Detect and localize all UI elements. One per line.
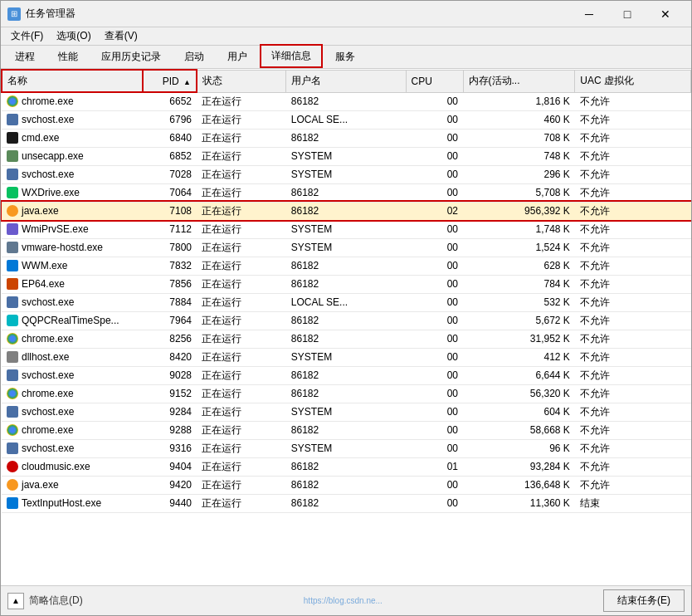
cell-name: chrome.exe xyxy=(2,92,143,110)
col-header-cpu[interactable]: CPU xyxy=(406,70,463,92)
cell-user: SYSTEM xyxy=(286,220,406,238)
cell-uac: 不允许 xyxy=(575,92,691,110)
cell-name: svchost.exe xyxy=(2,293,143,311)
table-row[interactable]: WmiPrvSE.exe 7112 正在运行 SYSTEM 00 1,748 K… xyxy=(2,220,691,238)
process-icon xyxy=(7,205,18,217)
table-row[interactable]: svchost.exe 6796 正在运行 LOCAL SE... 00 460… xyxy=(2,110,691,129)
cell-cpu: 00 xyxy=(406,293,463,311)
table-row[interactable]: svchost.exe 9316 正在运行 SYSTEM 00 96 K 不允许 xyxy=(2,439,691,457)
maximize-button[interactable]: □ xyxy=(608,1,646,27)
cell-uac: 不允许 xyxy=(575,257,691,275)
col-header-status[interactable]: 状态 xyxy=(197,70,286,92)
end-task-button[interactable]: 结束任务(E) xyxy=(603,589,685,612)
menu-options[interactable]: 选项(O) xyxy=(50,27,97,45)
tab-startup[interactable]: 启动 xyxy=(173,46,215,68)
window-controls: ─ □ ✕ xyxy=(570,1,685,27)
table-row[interactable]: svchost.exe 7028 正在运行 SYSTEM 00 296 K 不允… xyxy=(2,165,691,183)
table-row[interactable]: chrome.exe 9288 正在运行 86182 00 58,668 K 不… xyxy=(2,421,691,439)
process-name-text: unsecapp.exe xyxy=(22,150,84,162)
cell-user: 86182 xyxy=(286,275,406,293)
table-row[interactable]: TextInputHost.exe 9440 正在运行 86182 00 11,… xyxy=(2,494,691,512)
cell-pid: 9316 xyxy=(143,439,197,457)
cell-name: TextInputHost.exe xyxy=(2,494,143,512)
process-name-text: vmware-hostd.exe xyxy=(22,242,103,253)
cell-status: 正在运行 xyxy=(197,348,286,366)
process-name-text: cmd.exe xyxy=(22,132,59,144)
cell-cpu: 00 xyxy=(406,165,463,183)
tab-performance[interactable]: 性能 xyxy=(47,46,89,68)
brief-info-label[interactable]: 简略信息(D) xyxy=(29,594,83,608)
col-header-name[interactable]: 名称 xyxy=(2,70,143,92)
pid-sort-arrow: ▲ xyxy=(183,78,191,86)
cell-user: SYSTEM xyxy=(286,165,406,183)
menu-file[interactable]: 文件(F) xyxy=(4,27,50,45)
title-bar: ⊞ 任务管理器 ─ □ ✕ xyxy=(1,1,691,27)
cell-memory: 1,524 K xyxy=(463,238,575,257)
tab-users[interactable]: 用户 xyxy=(217,46,258,68)
cell-pid: 7856 xyxy=(143,275,197,293)
cell-memory: 708 K xyxy=(463,129,575,147)
cell-memory: 96 K xyxy=(463,439,575,457)
table-row[interactable]: WWM.exe 7832 正在运行 86182 00 628 K 不允许 xyxy=(2,257,691,275)
process-icon xyxy=(7,114,18,125)
cell-pid: 6852 xyxy=(143,147,197,165)
table-row[interactable]: svchost.exe 9028 正在运行 86182 00 6,644 K 不… xyxy=(2,366,691,384)
cell-user: 86182 xyxy=(286,257,406,275)
col-header-pid[interactable]: PID ▲ xyxy=(143,70,197,92)
window-title: 任务管理器 xyxy=(26,7,570,21)
table-row[interactable]: chrome.exe 9152 正在运行 86182 00 56,320 K 不… xyxy=(2,384,691,403)
cell-user: 86182 xyxy=(286,202,406,220)
cell-status: 正在运行 xyxy=(197,366,286,384)
table-row[interactable]: java.exe 7108 正在运行 86182 02 956,392 K 不允… xyxy=(2,202,691,220)
tab-details[interactable]: 详细信息 xyxy=(260,44,323,68)
cell-status: 正在运行 xyxy=(197,494,286,512)
cell-user: 86182 xyxy=(286,366,406,384)
tab-processes[interactable]: 进程 xyxy=(4,46,46,68)
table-row[interactable]: QQPCRealTimeSpe... 7964 正在运行 86182 00 5,… xyxy=(2,311,691,330)
cell-memory: 1,748 K xyxy=(463,220,575,238)
table-header-row: 名称 PID ▲ 状态 用户名 CPU xyxy=(2,70,691,92)
cell-cpu: 00 xyxy=(406,183,463,202)
cell-user: 86182 xyxy=(286,92,406,110)
table-row[interactable]: EP64.exe 7856 正在运行 86182 00 784 K 不允许 xyxy=(2,275,691,293)
cell-status: 正在运行 xyxy=(197,165,286,183)
cell-memory: 6,644 K xyxy=(463,366,575,384)
close-button[interactable]: ✕ xyxy=(646,1,685,27)
cell-cpu: 01 xyxy=(406,457,463,476)
cell-pid: 6840 xyxy=(143,129,197,147)
process-name-text: svchost.exe xyxy=(22,114,74,125)
table-row[interactable]: svchost.exe 7884 正在运行 LOCAL SE... 00 532… xyxy=(2,293,691,311)
table-row[interactable]: chrome.exe 8256 正在运行 86182 00 31,952 K 不… xyxy=(2,330,691,348)
col-header-uac[interactable]: UAC 虚拟化 xyxy=(575,70,691,92)
cell-uac: 不允许 xyxy=(575,238,691,257)
col-header-user[interactable]: 用户名 xyxy=(286,70,406,92)
table-row[interactable]: WXDrive.exe 7064 正在运行 86182 00 5,708 K 不… xyxy=(2,183,691,202)
cell-uac: 不允许 xyxy=(575,293,691,311)
cell-uac: 不允许 xyxy=(575,147,691,165)
expand-button[interactable]: ▲ xyxy=(7,593,24,609)
process-table-container[interactable]: 名称 PID ▲ 状态 用户名 CPU xyxy=(1,69,691,585)
process-name-text: java.exe xyxy=(22,205,59,217)
col-header-memory[interactable]: 内存(活动... xyxy=(463,70,575,92)
menu-view[interactable]: 查看(V) xyxy=(98,27,144,45)
cell-memory: 1,816 K xyxy=(463,92,575,110)
minimize-button[interactable]: ─ xyxy=(570,1,608,27)
table-row[interactable]: cmd.exe 6840 正在运行 86182 00 708 K 不允许 xyxy=(2,129,691,147)
cell-cpu: 00 xyxy=(406,257,463,275)
table-row[interactable]: svchost.exe 9284 正在运行 SYSTEM 00 604 K 不允… xyxy=(2,403,691,421)
table-row[interactable]: cloudmusic.exe 9404 正在运行 86182 01 93,284… xyxy=(2,457,691,476)
tab-services[interactable]: 服务 xyxy=(324,46,366,68)
table-row[interactable]: java.exe 9420 正在运行 86182 00 136,648 K 不允… xyxy=(2,476,691,494)
table-row[interactable]: vmware-hostd.exe 7800 正在运行 SYSTEM 00 1,5… xyxy=(2,238,691,257)
tab-app-history[interactable]: 应用历史记录 xyxy=(90,46,172,68)
cell-cpu: 00 xyxy=(406,366,463,384)
cell-cpu: 00 xyxy=(406,439,463,457)
cell-user: SYSTEM xyxy=(286,238,406,257)
table-row[interactable]: unsecapp.exe 6852 正在运行 SYSTEM 00 748 K 不… xyxy=(2,147,691,165)
cell-user: 86182 xyxy=(286,183,406,202)
table-row[interactable]: dllhost.exe 8420 正在运行 SYSTEM 00 412 K 不允… xyxy=(2,348,691,366)
table-row[interactable]: chrome.exe 6652 正在运行 86182 00 1,816 K 不允… xyxy=(2,92,691,110)
cell-memory: 31,952 K xyxy=(463,330,575,348)
cell-name: java.exe xyxy=(2,476,143,494)
process-icon xyxy=(7,260,18,271)
